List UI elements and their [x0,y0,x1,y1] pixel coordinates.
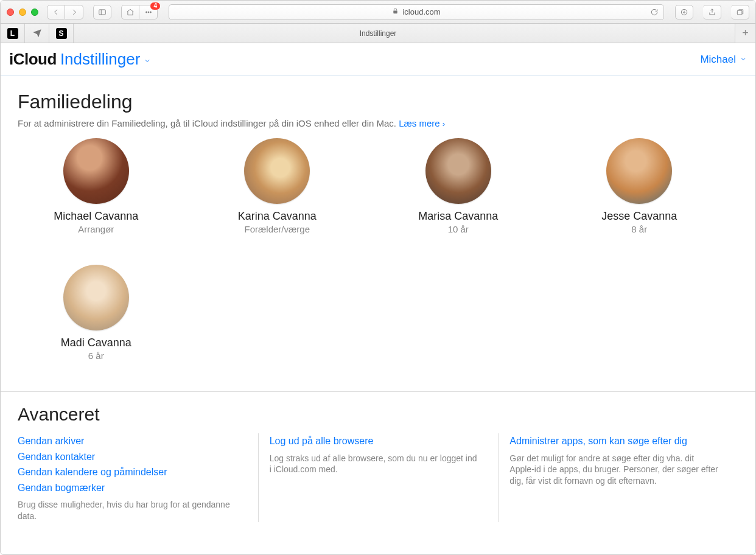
avatar [244,138,310,204]
window-minimize-button[interactable] [19,9,26,16]
bookmark-item-L[interactable]: L [1,24,25,43]
notification-badge: 4 [150,2,161,10]
family-member-role: 6 år [18,351,175,361]
more-menu-button[interactable]: 4 [139,5,158,19]
family-member-role: 8 år [561,224,718,234]
plane-icon [32,27,42,39]
icloud-section-label: Indstillinger [60,50,141,69]
svg-rect-5 [394,11,397,14]
family-member-name: Marisa Cavanna [380,210,537,223]
family-member-name: Michael Cavanna [18,210,175,223]
avatar [63,265,129,330]
bookmark-L-icon: L [7,28,18,39]
family-sharing-title: Familiedeling [18,91,738,113]
restore-contacts-link[interactable]: Gendan kontakter [18,449,240,465]
family-member-role: Forælder/værge [199,224,356,234]
favorites-bar: L S Indstillinger + [1,24,755,43]
sidebar-toggle-button[interactable] [93,5,111,19]
family-sharing-subtitle: For at administrere din Familiedeling, g… [18,118,738,128]
chevron-down-icon [740,54,747,66]
icloud-user-menu[interactable]: Michael [700,54,747,66]
family-sharing-section: Familiedeling For at administrere din Fa… [1,76,755,367]
avatar [425,138,491,204]
manage-apps-link[interactable]: Administrer apps, som kan søge efter dig [509,433,720,449]
advanced-col-restore: Gendan arkiver Gendan kontakter Gendan k… [18,433,258,522]
family-member-card[interactable]: Michael CavannaArrangør [18,138,175,234]
advanced-title: Avanceret [18,404,738,425]
signout-all-link[interactable]: Log ud på alle browsere [270,433,480,449]
reload-icon[interactable] [650,8,659,18]
advanced-col-signout: Log ud på alle browsere Log straks ud af… [258,433,499,522]
signout-description: Log straks ud af alle browsere, som du n… [270,453,480,476]
learn-more-label: Læs mere [399,118,440,128]
nav-forward-button[interactable] [65,5,83,19]
lock-icon [392,7,399,16]
window-titlebar: 4 icloud.com [1,1,755,24]
family-member-card[interactable]: Karina CavannaForælder/værge [199,138,356,234]
icloud-user-name: Michael [700,54,736,66]
nav-back-button[interactable] [47,5,65,19]
family-member-name: Jesse Cavanna [561,210,718,223]
chevron-down-icon [144,50,151,69]
svg-rect-7 [737,10,742,15]
svg-point-3 [148,12,149,13]
icloud-page-header: iCloud Indstillinger Michael [1,43,755,76]
share-button[interactable] [703,5,721,19]
family-member-name: Madi Cavanna [18,337,175,349]
address-domain: icloud.com [402,7,440,16]
restore-bookmarks-link[interactable]: Gendan bogmærker [18,480,240,496]
icloud-brand[interactable]: iCloud [9,50,57,69]
svg-point-2 [145,12,147,13]
tab-title: Indstillinger [1,29,755,38]
svg-rect-0 [99,9,106,14]
learn-more-link[interactable]: Læs mere › [399,118,445,128]
window-fullscreen-button[interactable] [31,9,38,16]
advanced-section: Avanceret Gendan arkiver Gendan kontakte… [1,392,755,534]
window-close-button[interactable] [7,9,14,16]
icloud-section-dropdown[interactable]: Indstillinger [60,50,152,69]
downloads-button[interactable] [675,5,693,19]
family-member-name: Karina Cavanna [199,210,356,223]
advanced-col-apps: Administrer apps, som kan søge efter dig… [498,433,738,522]
new-tab-button[interactable]: + [735,24,755,43]
home-button[interactable] [121,5,139,19]
restore-files-link[interactable]: Gendan arkiver [18,433,240,449]
bookmark-item-plane[interactable] [25,24,49,43]
tabs-overview-button[interactable] [731,5,749,19]
chevron-right-icon: › [443,119,445,128]
manage-apps-description: Gør det muligt for andre at søge efter d… [509,453,720,487]
restore-description: Brug disse muligheder, hvis du har brug … [18,499,240,522]
bookmark-S-icon: S [56,28,67,39]
family-member-role: 10 år [380,224,537,234]
family-sharing-subtitle-text: For at administrere din Familiedeling, g… [18,118,399,128]
avatar [63,138,129,204]
family-member-card[interactable]: Marisa Cavanna10 år [380,138,537,234]
svg-point-4 [150,12,151,13]
address-bar[interactable]: icloud.com [169,4,664,20]
family-member-card[interactable]: Madi Cavanna6 år [18,265,175,361]
family-member-role: Arrangør [18,224,175,234]
family-member-card[interactable]: Jesse Cavanna8 år [561,138,718,234]
bookmark-item-S[interactable]: S [49,24,74,43]
restore-calendars-link[interactable]: Gendan kalendere og påmindelser [18,464,240,480]
avatar [606,138,672,204]
